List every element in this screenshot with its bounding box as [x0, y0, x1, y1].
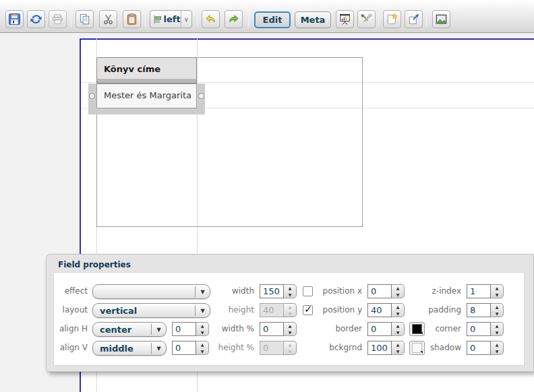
chevron-down-icon: ∨	[181, 11, 191, 28]
spinner-arrows: ▲▼	[284, 284, 297, 298]
border-spinner: ▲▼	[367, 322, 405, 336]
spin-up-icon[interactable]: ▲	[491, 304, 503, 311]
position-x-label: position x	[312, 284, 362, 298]
bckgrnd-input[interactable]	[367, 341, 392, 355]
spin-down-icon[interactable]: ▼	[392, 311, 404, 317]
spinner-arrows: ▲▼	[284, 322, 297, 336]
redo-button[interactable]	[225, 10, 243, 28]
paste-button[interactable]	[123, 10, 141, 28]
cut-button[interactable]	[99, 10, 117, 28]
height-pct-spinner: ▲▼	[260, 341, 297, 355]
align-h-dropdown[interactable]: center ▼	[92, 322, 167, 337]
width-input[interactable]	[260, 284, 284, 298]
z-index-input[interactable]	[467, 284, 491, 298]
height-pct-input[interactable]	[260, 341, 284, 355]
new-item-star-icon	[386, 13, 398, 26]
spin-down-icon[interactable]: ▼	[491, 329, 503, 336]
corner-label: corner	[414, 322, 461, 336]
spinner-arrows: ▲▼	[491, 284, 504, 298]
undo-button[interactable]	[202, 10, 220, 28]
position-y-input[interactable]	[367, 303, 392, 317]
shadow-spinner: ▲▼	[467, 341, 504, 355]
align-v-label: align V	[51, 341, 88, 355]
align-v-value: middle	[93, 344, 151, 354]
spin-down-icon[interactable]: ▼	[284, 329, 296, 336]
field-properties-panel: Field properties effect layout align H a…	[46, 254, 534, 372]
bckgrnd-spinner: ▲▼	[367, 341, 405, 355]
insert-checkbox-button[interactable]	[405, 10, 423, 28]
border-input[interactable]	[367, 322, 392, 336]
padding-input[interactable]	[467, 303, 491, 317]
spin-down-icon[interactable]: ▼	[392, 329, 404, 336]
spin-up-icon[interactable]: ▲	[392, 341, 404, 348]
spin-up-icon[interactable]: ▲	[491, 285, 503, 292]
resize-handle-left[interactable]	[89, 93, 95, 99]
tools-icon	[360, 13, 373, 26]
presentation-button[interactable]	[336, 10, 354, 28]
image-icon	[435, 13, 448, 26]
spin-up-icon[interactable]: ▲	[491, 323, 503, 329]
width-pct-label: width %	[183, 322, 254, 336]
print-button[interactable]	[49, 10, 67, 28]
spin-up-icon[interactable]: ▲	[284, 323, 296, 329]
edit-mode-button[interactable]: Edit	[254, 11, 291, 28]
corner-input[interactable]	[467, 322, 491, 336]
shadow-input[interactable]	[467, 341, 491, 355]
field-value-cell[interactable]: Mester és Margarita	[96, 84, 197, 108]
spin-up-icon[interactable]: ▲	[284, 341, 296, 348]
toolbar-separator	[145, 11, 146, 27]
spinner-arrows: ▲▼	[491, 341, 504, 355]
spin-up-icon[interactable]: ▲	[491, 341, 503, 348]
spinner-arrows: ▲▼	[392, 303, 405, 317]
align-dropdown-value: left	[163, 14, 180, 24]
spinner-arrows: ▲▼	[284, 303, 297, 317]
align-left-icon	[153, 15, 162, 24]
spin-down-icon[interactable]: ▼	[491, 311, 503, 317]
field-header-strip	[97, 79, 196, 83]
resize-handle-right[interactable]	[198, 93, 204, 99]
position-x-input[interactable]	[367, 284, 392, 298]
field-header-cell[interactable]: Könyv címe	[96, 57, 197, 84]
effect-label: effect	[54, 284, 88, 298]
spin-up-icon[interactable]: ▲	[284, 285, 296, 292]
width-pct-input[interactable]	[260, 322, 284, 336]
align-v-dropdown[interactable]: middle ▼	[92, 341, 167, 356]
meta-mode-button[interactable]: Meta	[295, 11, 331, 28]
spin-down-icon[interactable]: ▼	[491, 292, 503, 298]
position-y-label: position y	[312, 303, 362, 317]
chevron-down-icon: ▼	[151, 324, 166, 335]
position-y-spinner: ▲▼	[367, 303, 405, 317]
align-h-value: center	[93, 325, 151, 335]
toolbar-separator	[71, 11, 71, 27]
spin-down-icon[interactable]: ▼	[284, 311, 296, 317]
spin-up-icon[interactable]: ▲	[392, 304, 404, 311]
z-index-spinner: ▲▼	[467, 284, 504, 298]
spin-down-icon[interactable]: ▼	[392, 348, 404, 355]
spinner-arrows: ▲▼	[491, 303, 504, 317]
image-button[interactable]	[432, 10, 450, 28]
padding-spinner: ▲▼	[467, 303, 504, 317]
spin-down-icon[interactable]: ▼	[392, 292, 404, 298]
spin-down-icon[interactable]: ▼	[284, 292, 296, 298]
spin-down-icon[interactable]: ▼	[284, 348, 296, 355]
spin-up-icon[interactable]: ▲	[392, 285, 404, 292]
print-icon	[51, 13, 64, 26]
spinner-arrows: ▲▼	[392, 284, 405, 298]
z-index-label: z-index	[414, 284, 461, 298]
height-input[interactable]	[260, 303, 284, 317]
spin-up-icon[interactable]: ▲	[284, 304, 296, 311]
spin-up-icon[interactable]: ▲	[392, 323, 404, 329]
copy-icon	[78, 13, 91, 26]
new-item-button[interactable]	[383, 10, 401, 28]
save-button[interactable]	[5, 10, 24, 28]
paste-icon	[125, 13, 138, 26]
align-dropdown[interactable]: left ∨	[150, 10, 192, 28]
copy-button[interactable]	[76, 10, 94, 28]
tools-button[interactable]	[357, 10, 376, 28]
refresh-button[interactable]	[27, 10, 45, 28]
corner-spinner: ▲▼	[467, 322, 504, 336]
panel-title: Field properties	[58, 260, 131, 269]
presentation-icon	[338, 13, 351, 26]
spin-down-icon[interactable]: ▼	[491, 348, 503, 355]
height-spinner: ▲▼	[260, 303, 297, 317]
